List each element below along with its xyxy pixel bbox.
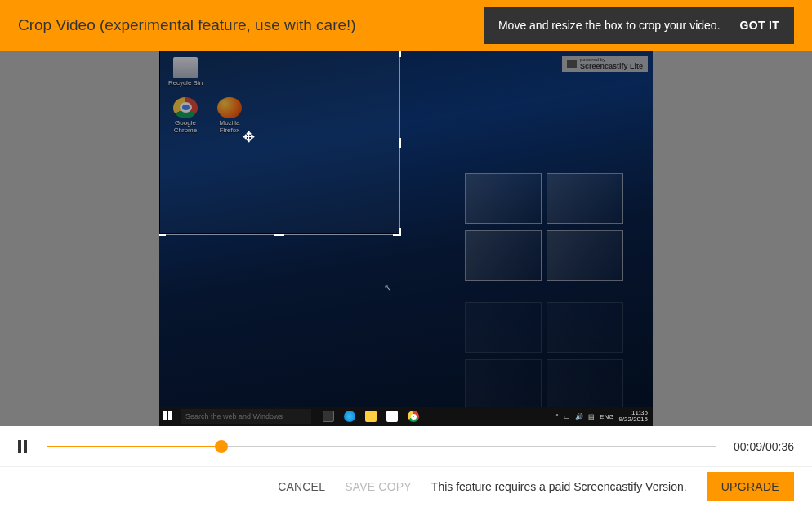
pause-icon (18, 440, 21, 453)
tooltip-card: Move and resize the box to crop your vid… (484, 7, 794, 44)
tray-date: 9/22/2015 (618, 416, 648, 423)
timeline-fill (47, 446, 221, 447)
video-area: ↖ Recycle Bin Google Chrome Mozilla Fire… (0, 51, 812, 426)
time-display: 00:09/00:36 (734, 440, 794, 453)
save-copy-button: SAVE COPY (345, 480, 412, 493)
timeline-thumb[interactable] (215, 440, 228, 453)
explorer-icon (365, 411, 377, 422)
crop-handle-top-right[interactable] (399, 51, 401, 57)
chrome-taskbar-icon (408, 411, 419, 422)
cancel-button[interactable]: CANCEL (278, 480, 325, 493)
tray-chevron-icon: ˄ (555, 413, 559, 420)
footer-actions: CANCEL SAVE COPY This feature requires a… (0, 467, 812, 506)
watermark-line2: Screencastify Lite (580, 62, 643, 70)
search-placeholder: Search the web and Windows (185, 412, 283, 420)
total-time: 00:36 (765, 440, 794, 453)
tray-notify-icon: ▤ (588, 413, 595, 420)
upgrade-button[interactable]: UPGRADE (707, 472, 794, 501)
tray-network-icon: ▭ (564, 413, 570, 420)
taskbar: Search the web and Windows ˄ ▭ 🔊 ▤ ENG 1… (159, 407, 653, 426)
crop-handle-bottom-right[interactable] (399, 228, 401, 236)
pause-icon (24, 440, 27, 453)
edge-icon (344, 411, 355, 422)
player-controls: 00:09/00:36 (0, 426, 812, 467)
windows-logo-icon (465, 173, 628, 287)
crop-handle-right[interactable] (399, 138, 401, 148)
store-icon (386, 411, 398, 422)
watermark: powered by Screencastify Lite (562, 56, 648, 72)
windows-logo-reflection-icon (465, 296, 628, 410)
cursor-pointer-icon: ↖ (384, 282, 391, 293)
tray-sound-icon: 🔊 (575, 413, 583, 420)
taskbar-search: Search the web and Windows (181, 409, 311, 424)
svg-rect-0 (163, 411, 167, 416)
got-it-button[interactable]: GOT IT (740, 19, 779, 32)
move-cursor-icon: ✥ (243, 128, 255, 146)
film-icon (567, 60, 577, 68)
tooltip-text: Move and resize the box to crop your vid… (498, 19, 721, 32)
banner-title: Crop Video (experimental feature, use wi… (18, 16, 356, 34)
tray-lang: ENG (600, 413, 613, 420)
current-time: 00:09 (734, 440, 762, 453)
taskview-icon (323, 411, 334, 422)
svg-rect-1 (168, 411, 172, 416)
taskbar-app-icons (315, 411, 427, 422)
crop-handle-bottom[interactable] (274, 234, 284, 236)
start-button-icon (159, 407, 177, 426)
svg-rect-2 (163, 416, 167, 420)
svg-rect-3 (168, 416, 172, 420)
system-tray: ˄ ▭ 🔊 ▤ ENG 11:35 9/22/2015 (555, 410, 653, 423)
pause-button[interactable] (18, 440, 29, 453)
upgrade-message: This feature requires a paid Screencasti… (431, 480, 687, 493)
crop-banner: Crop Video (experimental feature, use wi… (0, 0, 812, 51)
video-frame[interactable]: ↖ Recycle Bin Google Chrome Mozilla Fire… (159, 51, 653, 426)
crop-selection-box[interactable]: ✥ (159, 51, 399, 234)
timeline[interactable] (47, 437, 716, 456)
